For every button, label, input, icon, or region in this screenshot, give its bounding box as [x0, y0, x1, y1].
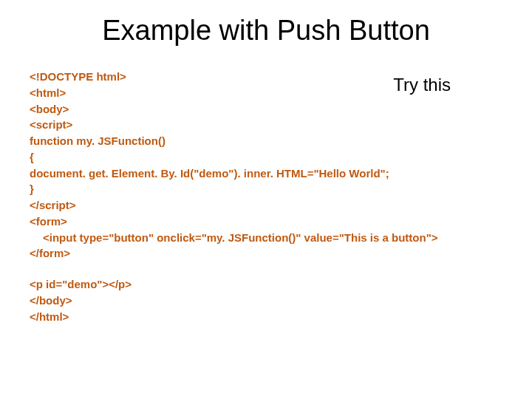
code-line: </script> — [30, 197, 502, 214]
code-line: document. get. Element. By. Id("demo"). … — [30, 166, 502, 182]
code-line: } — [30, 181, 502, 197]
try-this-label: Try this — [393, 75, 451, 95]
code-line: <script> — [30, 117, 502, 133]
code-line: <p id="demo"></p> — [30, 276, 502, 293]
code-line: <input type="button" onclick="my. JSFunc… — [30, 230, 502, 246]
code-line: </html> — [30, 309, 502, 325]
code-line: <form> — [30, 214, 502, 230]
slide-title: Example with Push Button — [0, 15, 532, 47]
code-line: </body> — [30, 293, 502, 309]
code-line: function my. JSFunction() — [30, 133, 502, 149]
code-line: </form> — [30, 245, 502, 262]
blank-line — [30, 262, 502, 276]
code-line: <body> — [30, 101, 502, 117]
code-line: { — [30, 149, 502, 166]
slide-content: Try this <!DOCTYPE html> <html> <body> <… — [0, 69, 532, 324]
